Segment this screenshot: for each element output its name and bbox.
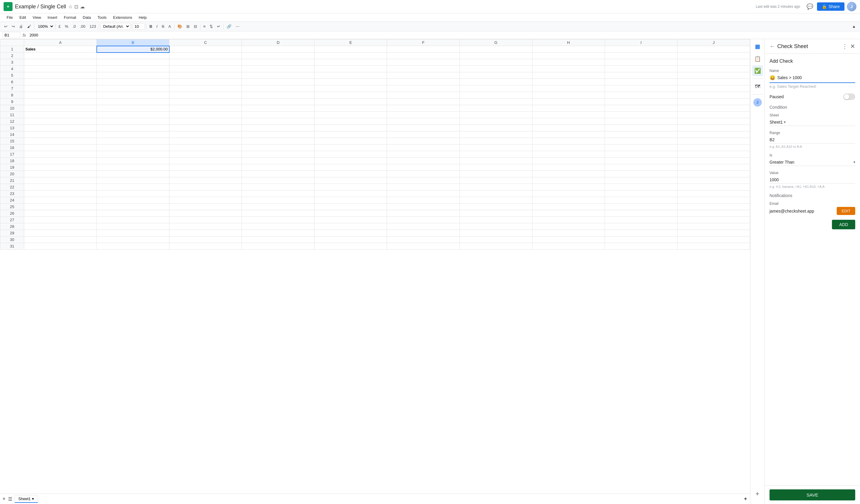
cell-D22[interactable] xyxy=(242,184,314,190)
bold-button[interactable]: B xyxy=(147,23,154,30)
explore-button[interactable]: ✦ xyxy=(743,495,748,502)
cell-E4[interactable] xyxy=(314,66,387,72)
print-button[interactable]: 🖨 xyxy=(17,23,25,30)
add-button[interactable]: ADD xyxy=(832,220,855,229)
cell-E31[interactable] xyxy=(314,243,387,250)
cell-F18[interactable] xyxy=(387,158,460,164)
row-header-12[interactable]: 12 xyxy=(0,118,24,125)
cell-G10[interactable] xyxy=(460,105,532,112)
cell-H17[interactable] xyxy=(532,151,605,158)
cell-B11[interactable] xyxy=(97,112,169,118)
cell-C20[interactable] xyxy=(169,171,242,177)
cell-H31[interactable] xyxy=(532,243,605,250)
cell-B5[interactable] xyxy=(97,72,169,79)
cell-C14[interactable] xyxy=(169,131,242,138)
cell-G4[interactable] xyxy=(460,66,532,72)
italic-button[interactable]: I xyxy=(155,23,159,30)
cell-F8[interactable] xyxy=(387,92,460,99)
cell-D3[interactable] xyxy=(242,59,314,66)
col-header-h[interactable]: H xyxy=(532,40,605,46)
cell-D20[interactable] xyxy=(242,171,314,177)
menu-insert[interactable]: Insert xyxy=(44,14,60,21)
cell-I8[interactable] xyxy=(605,92,677,99)
cell-J4[interactable] xyxy=(677,66,750,72)
cell-F26[interactable] xyxy=(387,210,460,217)
cell-G30[interactable] xyxy=(460,236,532,243)
cell-A29[interactable] xyxy=(24,230,97,236)
cell-C24[interactable] xyxy=(169,197,242,204)
borders-button[interactable]: ⊞ xyxy=(185,23,191,30)
cell-J27[interactable] xyxy=(677,217,750,223)
cell-A11[interactable] xyxy=(24,112,97,118)
cell-B16[interactable] xyxy=(97,145,169,151)
cell-I20[interactable] xyxy=(605,171,677,177)
cell-J29[interactable] xyxy=(677,230,750,236)
cell-I31[interactable] xyxy=(605,243,677,250)
row-header-15[interactable]: 15 xyxy=(0,138,24,145)
cell-G6[interactable] xyxy=(460,79,532,85)
zoom-select[interactable]: 100%75%125% xyxy=(35,23,54,30)
cell-E3[interactable] xyxy=(314,59,387,66)
cell-D8[interactable] xyxy=(242,92,314,99)
rail-icon-sheets[interactable] xyxy=(752,42,763,52)
rail-icon-avatar[interactable]: J xyxy=(752,97,763,108)
menu-help[interactable]: Help xyxy=(135,14,149,21)
cell-H20[interactable] xyxy=(532,171,605,177)
inc-decimals-button[interactable]: .00 xyxy=(78,23,87,30)
cell-C19[interactable] xyxy=(169,164,242,171)
col-header-i[interactable]: I xyxy=(605,40,677,46)
cell-B31[interactable] xyxy=(97,243,169,250)
cell-E12[interactable] xyxy=(314,118,387,125)
cell-D30[interactable] xyxy=(242,236,314,243)
cell-I19[interactable] xyxy=(605,164,677,171)
menu-tools[interactable]: Tools xyxy=(94,14,109,21)
row-header-1[interactable]: 1 xyxy=(0,46,24,53)
cell-A17[interactable] xyxy=(24,151,97,158)
cell-B20[interactable] xyxy=(97,171,169,177)
cell-I26[interactable] xyxy=(605,210,677,217)
cell-G25[interactable] xyxy=(460,204,532,210)
cell-D23[interactable] xyxy=(242,190,314,197)
cell-C18[interactable] xyxy=(169,158,242,164)
cell-F23[interactable] xyxy=(387,190,460,197)
cell-H9[interactable] xyxy=(532,99,605,105)
cell-D27[interactable] xyxy=(242,217,314,223)
cell-G13[interactable] xyxy=(460,125,532,131)
sheet-tab-arrow[interactable]: ▾ xyxy=(32,496,34,501)
cell-A26[interactable] xyxy=(24,210,97,217)
cell-F13[interactable] xyxy=(387,125,460,131)
cell-A18[interactable] xyxy=(24,158,97,164)
cell-G20[interactable] xyxy=(460,171,532,177)
more-options-button[interactable]: ⋮ xyxy=(842,43,848,50)
cell-B28[interactable] xyxy=(97,223,169,230)
sheet-dropdown[interactable]: Sheet1 ▾ xyxy=(770,118,855,126)
cell-E11[interactable] xyxy=(314,112,387,118)
cell-C21[interactable] xyxy=(169,177,242,184)
align-button[interactable]: ≡ xyxy=(202,23,207,30)
cell-H7[interactable] xyxy=(532,85,605,92)
cell-H26[interactable] xyxy=(532,210,605,217)
cell-A13[interactable] xyxy=(24,125,97,131)
cell-B13[interactable] xyxy=(97,125,169,131)
insert-link-button[interactable]: 🔗 xyxy=(225,23,233,30)
rail-icon-tasks[interactable]: 📋 xyxy=(752,54,763,64)
cell-A8[interactable] xyxy=(24,92,97,99)
cell-E10[interactable] xyxy=(314,105,387,112)
cell-C2[interactable] xyxy=(169,53,242,59)
cell-B25[interactable] xyxy=(97,204,169,210)
cell-I4[interactable] xyxy=(605,66,677,72)
row-header-2[interactable]: 2 xyxy=(0,53,24,59)
cell-A20[interactable] xyxy=(24,171,97,177)
cell-G15[interactable] xyxy=(460,138,532,145)
cell-C29[interactable] xyxy=(169,230,242,236)
cell-J12[interactable] xyxy=(677,118,750,125)
cell-F10[interactable] xyxy=(387,105,460,112)
fill-color-button[interactable]: 🎨 xyxy=(175,23,184,30)
cell-H16[interactable] xyxy=(532,145,605,151)
cell-D29[interactable] xyxy=(242,230,314,236)
cell-D2[interactable] xyxy=(242,53,314,59)
cell-D21[interactable] xyxy=(242,177,314,184)
cell-H22[interactable] xyxy=(532,184,605,190)
cell-J22[interactable] xyxy=(677,184,750,190)
undo-button[interactable]: ↩ xyxy=(2,23,9,30)
